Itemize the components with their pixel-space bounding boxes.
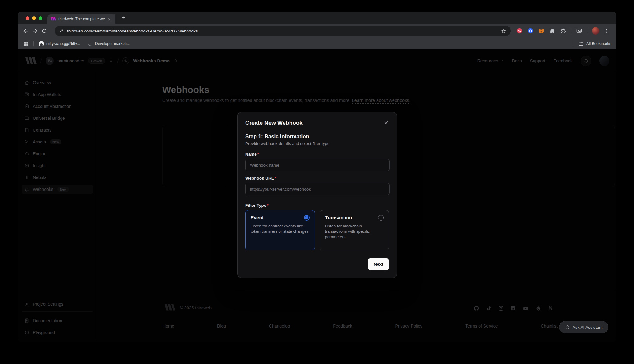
chat-bubble-icon — [565, 325, 570, 330]
filter-option-title: Transaction — [325, 215, 352, 221]
toolbar-divider — [587, 28, 587, 34]
required-asterisk: * — [267, 203, 268, 208]
modal-title: Create New Webhook — [245, 120, 303, 126]
close-window-button[interactable] — [26, 16, 29, 20]
close-icon[interactable] — [383, 120, 389, 126]
bookmarks-bar: niftyswap.gg/Nifty... Developer marketi.… — [18, 38, 616, 49]
traffic-lights — [26, 16, 42, 20]
site-settings-icon[interactable] — [59, 28, 64, 33]
radio-unselected-icon[interactable] — [378, 215, 384, 221]
filter-option-title: Event — [251, 215, 264, 221]
folder-icon — [578, 41, 584, 46]
tab-title-fade — [109, 14, 115, 24]
bookmark-niftyswap[interactable]: niftyswap.gg/Nifty... — [39, 41, 80, 46]
metamask-icon[interactable] — [538, 28, 544, 34]
ask-ai-assistant-label: Ask AI Assistant — [573, 325, 602, 330]
url-bar[interactable]: thirdweb.com/team/saminacodes/Webhooks-D… — [55, 26, 511, 36]
extensions-row — [516, 24, 609, 38]
bookmark-label: Developer marketi... — [95, 41, 130, 46]
browser-toolbar: thirdweb.com/team/saminacodes/Webhooks-D… — [18, 24, 616, 38]
bookmark-label: niftyswap.gg/Nifty... — [46, 41, 80, 46]
required-asterisk: * — [257, 152, 259, 157]
tab-strip: thirdweb: The complete web3 — [18, 12, 616, 24]
minimize-window-button[interactable] — [32, 16, 36, 20]
webhook-name-input[interactable] — [245, 159, 390, 171]
thirdweb-favicon — [51, 17, 56, 21]
tab-search-icon[interactable] — [576, 28, 582, 34]
browser-window: thirdweb: The complete web3 thirdweb.com… — [18, 12, 616, 342]
webhook-url-input[interactable] — [245, 183, 390, 195]
new-tab-button[interactable] — [121, 15, 126, 20]
name-label: Name* — [245, 152, 389, 157]
webhook-url-label-text: Webhook URL — [245, 176, 274, 181]
toolbar-divider — [571, 28, 571, 34]
tab-title: thirdweb: The complete web3 — [58, 17, 105, 21]
bookmark-developer-marketing[interactable]: Developer marketi... — [88, 41, 130, 46]
browser-tab[interactable]: thirdweb: The complete web3 — [47, 14, 115, 24]
step-description: Provide webhook details and select filte… — [245, 141, 389, 146]
reload-icon[interactable] — [40, 26, 49, 36]
filter-option-description: Listen for blockchain transactions with … — [325, 223, 384, 240]
filter-option-event[interactable]: Event Listen for contract events like to… — [245, 210, 315, 250]
apps-grid-icon[interactable] — [23, 41, 29, 47]
github-favicon — [39, 41, 44, 46]
filter-type-label: Filter Type* — [245, 203, 389, 208]
filter-type-label-text: Filter Type — [245, 203, 266, 208]
url-text[interactable]: thirdweb.com/team/saminacodes/Webhooks-D… — [67, 29, 198, 33]
zoom-window-button[interactable] — [39, 16, 42, 20]
crescent-favicon — [87, 41, 94, 47]
forward-icon[interactable] — [30, 26, 40, 36]
filter-option-description: Listen for contract events like token tr… — [251, 223, 310, 234]
bookmark-star-icon[interactable] — [501, 28, 506, 34]
all-bookmarks-label: All Bookmarks — [586, 41, 611, 46]
bookmarks-divider — [33, 41, 34, 46]
name-label-text: Name — [245, 152, 257, 157]
extensions-puzzle-icon[interactable] — [560, 28, 566, 34]
next-button[interactable]: Next — [368, 258, 389, 270]
radio-selected-icon[interactable] — [304, 215, 310, 221]
required-asterisk: * — [275, 176, 276, 181]
create-webhook-modal: Create New Webhook Step 1: Basic Informa… — [237, 112, 397, 278]
page-viewport: / saminacodes Growth / Webhooks Demo — [18, 49, 616, 342]
step-title: Step 1: Basic Information — [245, 133, 389, 140]
bookmarks-divider — [573, 41, 573, 46]
extension-blue-icon[interactable] — [527, 28, 534, 34]
all-bookmarks-button[interactable]: All Bookmarks — [578, 41, 611, 46]
back-icon[interactable] — [21, 26, 30, 36]
browser-profile-avatar[interactable] — [592, 27, 599, 35]
webhook-url-label: Webhook URL* — [245, 176, 389, 181]
extension-red-icon[interactable] — [516, 28, 523, 34]
filter-option-transaction[interactable]: Transaction Listen for blockchain transa… — [320, 210, 389, 250]
ask-ai-assistant-button[interactable]: Ask AI Assistant — [559, 321, 608, 333]
chrome-menu-icon[interactable] — [604, 28, 609, 33]
phantom-ghost-icon[interactable] — [549, 28, 555, 34]
